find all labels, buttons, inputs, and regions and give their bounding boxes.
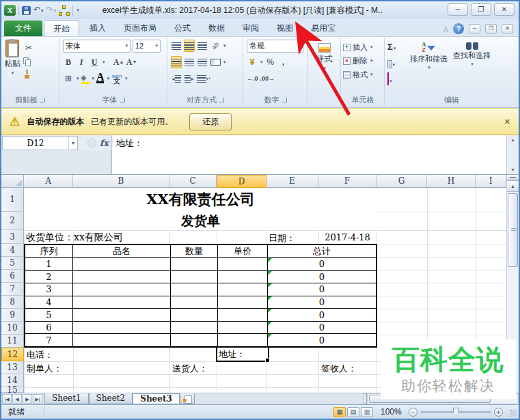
- row-header-10[interactable]: 10: [1, 322, 24, 335]
- tab-开始[interactable]: 开始: [44, 20, 79, 36]
- row-header-12[interactable]: 12: [1, 348, 24, 361]
- first-sheet-icon[interactable]: |◀: [2, 394, 12, 404]
- sheet-tab-Sheet2[interactable]: Sheet2: [89, 393, 133, 404]
- row-header-7[interactable]: 7: [1, 283, 24, 296]
- column-header-G[interactable]: G: [377, 175, 427, 188]
- split-handle[interactable]: [507, 175, 519, 181]
- align-middle-icon[interactable]: [184, 40, 195, 52]
- cell-total[interactable]: 0: [268, 296, 376, 309]
- cell-price[interactable]: [218, 271, 268, 283]
- cell-name[interactable]: [73, 296, 171, 309]
- column-header-C[interactable]: C: [169, 175, 217, 188]
- delivery-table[interactable]: 序列品名数量单价总计10203040506070: [24, 244, 377, 348]
- cell-name[interactable]: [73, 334, 171, 346]
- accounting-format-icon[interactable]: ¥: [247, 56, 258, 68]
- cell-total[interactable]: 0: [268, 322, 376, 334]
- decrease-indent-icon[interactable]: ◂: [171, 72, 182, 85]
- tab-视图[interactable]: 视图: [268, 20, 302, 36]
- comma-icon[interactable]: ,: [278, 56, 289, 68]
- column-header-H[interactable]: H: [427, 175, 476, 188]
- increase-indent-icon[interactable]: ▸: [184, 72, 195, 85]
- cell-seq[interactable]: 5: [25, 309, 73, 321]
- cell-price[interactable]: [218, 309, 268, 321]
- column-header-E[interactable]: E: [266, 175, 318, 188]
- selected-cell-d12[interactable]: 地址：: [216, 346, 269, 362]
- row-header-1[interactable]: 1: [1, 188, 24, 212]
- wrap-text-icon[interactable]: ↵: [197, 72, 211, 85]
- phonetic-button[interactable]: wén文: [111, 72, 122, 85]
- cell-seq[interactable]: 2: [25, 271, 73, 283]
- zoom-slider[interactable]: [420, 411, 491, 413]
- name-box[interactable]: D12 ▼: [2, 136, 78, 150]
- row-header-8[interactable]: 8: [1, 296, 24, 309]
- row-header-2[interactable]: 2: [1, 212, 24, 230]
- excel-logo-icon[interactable]: X: [4, 5, 16, 16]
- formula-bar-scroll[interactable]: ▲▼: [506, 135, 519, 174]
- cell-price[interactable]: [218, 322, 268, 334]
- cut-icon[interactable]: ✂: [23, 42, 34, 54]
- tab-数据[interactable]: 数据: [200, 20, 234, 36]
- cell-deliverer-label[interactable]: 送货人：: [172, 363, 208, 375]
- paste-button[interactable]: 粘贴▾: [1, 38, 23, 79]
- cell-seq[interactable]: 1: [25, 258, 73, 270]
- styles-button[interactable]: 样式▾: [308, 38, 340, 73]
- tab-file[interactable]: 文件: [4, 20, 42, 36]
- name-box-dropdown-icon[interactable]: ▼: [68, 137, 77, 150]
- table-header-单价[interactable]: 单价: [218, 245, 268, 257]
- undo-icon[interactable]: ↶▾: [33, 5, 44, 16]
- flowchart-icon[interactable]: [59, 5, 70, 16]
- cell-phone-label[interactable]: 电话：: [27, 349, 53, 361]
- cell-price[interactable]: [218, 334, 268, 346]
- row-header-9[interactable]: 9: [1, 309, 24, 322]
- dialog-launcher-icon[interactable]: [219, 98, 224, 102]
- cell-price[interactable]: [218, 296, 268, 309]
- cell-name[interactable]: [73, 283, 171, 296]
- workbook-close-button[interactable]: ✕: [502, 24, 513, 33]
- page-break-view-button[interactable]: ▥: [361, 407, 373, 417]
- minimize-button[interactable]: ─: [448, 3, 468, 16]
- cell-qty[interactable]: [171, 309, 218, 321]
- format-painter-icon[interactable]: [23, 70, 31, 79]
- font-name-combo[interactable]: 宋体▾: [63, 40, 131, 53]
- number-format-combo[interactable]: 常规▾: [247, 40, 303, 53]
- shrink-font-button[interactable]: A▼: [126, 56, 137, 68]
- cell-qty[interactable]: [171, 334, 218, 346]
- cell-doc-title[interactable]: 发货单: [24, 212, 377, 230]
- cell-date-value[interactable]: 2017-4-18: [318, 232, 377, 242]
- insert-worksheet-button[interactable]: [180, 393, 195, 404]
- cell-total[interactable]: 0: [268, 334, 376, 346]
- cell-total[interactable]: 0: [268, 258, 376, 270]
- cell-price[interactable]: [218, 258, 268, 270]
- cell-seq[interactable]: 7: [25, 334, 73, 346]
- sort-filter-button[interactable]: AZ 排序和筛选▾: [407, 40, 450, 85]
- cell-price[interactable]: [218, 283, 268, 296]
- column-header-D[interactable]: D: [217, 175, 266, 188]
- help-icon[interactable]: ?: [453, 23, 464, 34]
- zoom-level[interactable]: 100%: [381, 407, 402, 417]
- find-select-button[interactable]: 查找和选择▾: [450, 40, 493, 85]
- italic-button[interactable]: I: [76, 56, 87, 68]
- increase-decimal-icon[interactable]: ←.0: [247, 72, 258, 85]
- zoom-out-button[interactable]: −: [409, 408, 418, 417]
- delete-cells-button[interactable]: ×删除▾: [342, 54, 384, 68]
- decrease-decimal-icon[interactable]: .00→: [260, 72, 275, 85]
- zoom-in-button[interactable]: +: [494, 408, 503, 417]
- border-button[interactable]: ⊞: [63, 72, 74, 85]
- cell-total[interactable]: 0: [268, 271, 376, 283]
- tab-易用宝[interactable]: 易用宝: [302, 20, 344, 36]
- table-header-品名[interactable]: 品名: [73, 245, 171, 257]
- notification-close-icon[interactable]: ✕: [504, 117, 510, 126]
- column-header-B[interactable]: B: [73, 175, 169, 188]
- restore-button[interactable]: 还原: [189, 113, 232, 130]
- page-layout-view-button[interactable]: ▤: [347, 407, 359, 417]
- cell-total[interactable]: 0: [268, 283, 376, 296]
- select-all-corner[interactable]: [1, 175, 24, 188]
- grow-font-button[interactable]: A▲: [113, 56, 124, 68]
- tab-插入[interactable]: 插入: [81, 20, 115, 36]
- merge-center-icon[interactable]: [210, 56, 221, 68]
- cell-date-label[interactable]: 日期：: [269, 232, 295, 244]
- sheet-tab-Sheet1[interactable]: Sheet1: [44, 393, 89, 404]
- row-header-4[interactable]: 4: [1, 244, 24, 257]
- fill-color-button[interactable]: ◆: [81, 73, 90, 84]
- next-sheet-icon[interactable]: ▶: [23, 394, 32, 404]
